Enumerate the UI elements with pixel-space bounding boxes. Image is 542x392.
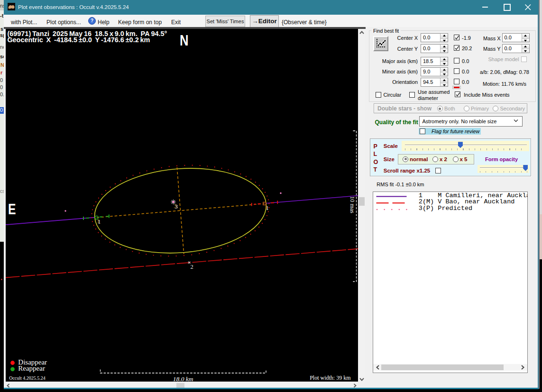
- svg-text:3: 3: [175, 203, 178, 210]
- svg-text:2: 2: [191, 264, 193, 270]
- svg-text:Plot width: 39 km: Plot width: 39 km: [310, 374, 351, 381]
- svg-text:10 mas: 10 mas: [349, 196, 356, 213]
- svg-text:1: 1: [266, 205, 269, 211]
- svg-text:Occult 4.2025.5.24: Occult 4.2025.5.24: [9, 375, 46, 381]
- svg-text:Reappear: Reappear: [18, 365, 45, 372]
- svg-text:Geocentric X -4184.5 ±0.0 Y: Geocentric X -4184.5 ±0.0 Y -1476.6 ±0.2…: [7, 36, 150, 44]
- svg-text:1: 1: [98, 219, 101, 225]
- svg-text:E: E: [8, 201, 16, 218]
- svg-text:18.0 km: 18.0 km: [173, 375, 193, 383]
- svg-text:N: N: [180, 32, 189, 49]
